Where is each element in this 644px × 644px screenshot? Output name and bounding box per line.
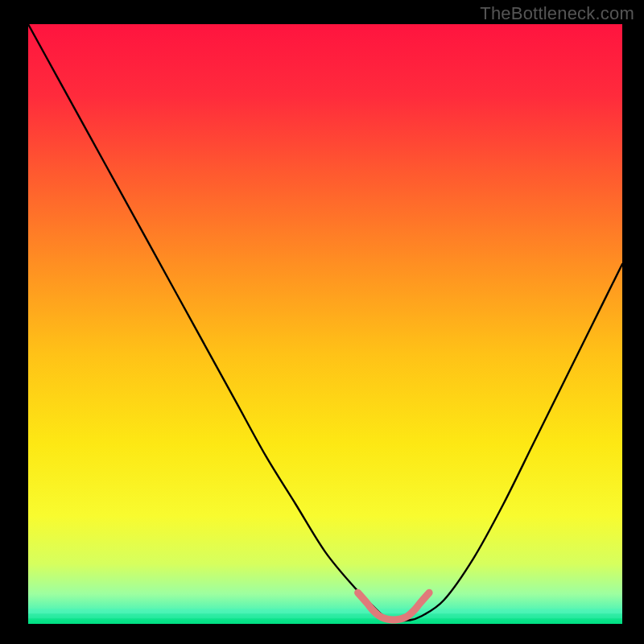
svg-rect-2	[28, 618, 622, 623]
bottleneck-chart	[0, 0, 644, 644]
svg-rect-0	[28, 609, 622, 613]
svg-rect-1	[28, 613, 622, 618]
plot-background	[28, 24, 622, 624]
gradient-stripes	[28, 609, 622, 623]
watermark-text: TheBottleneck.com	[480, 3, 634, 24]
chart-stage: TheBottleneck.com	[0, 0, 644, 644]
